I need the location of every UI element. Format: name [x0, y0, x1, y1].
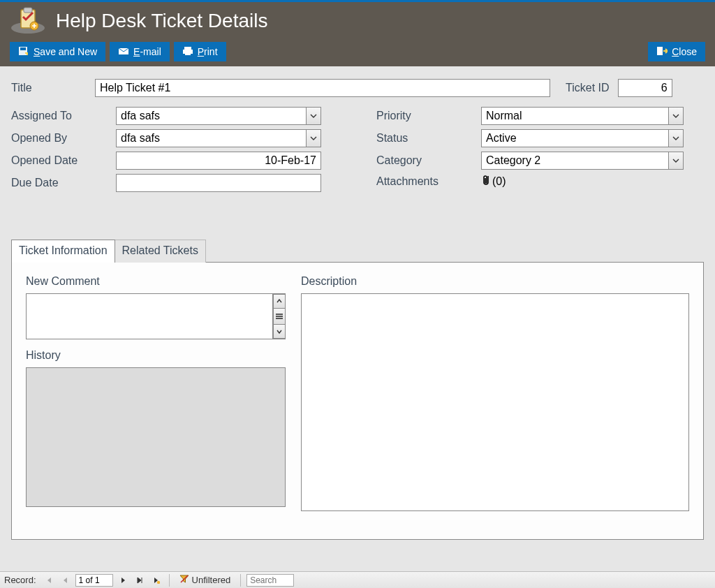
chevron-down-icon[interactable] [306, 129, 321, 147]
toolbar: Save and New E-mail Print Close [10, 40, 705, 64]
svg-point-11 [156, 580, 159, 583]
window-header: Help Desk Ticket Details Save and New E-… [0, 2, 715, 66]
status-input[interactable] [481, 129, 684, 147]
separator [169, 574, 170, 587]
label-new-comment: New Comment [26, 275, 286, 288]
description-box[interactable] [301, 293, 689, 511]
record-search-input[interactable] [246, 574, 294, 587]
label-priority: Priority [376, 110, 481, 122]
record-navigator: Record: Unfiltered [0, 571, 715, 588]
filter-label: Unfiltered [192, 575, 231, 585]
ticket-id-input[interactable] [618, 79, 672, 97]
print-button[interactable]: Print [174, 42, 226, 61]
chevron-down-icon[interactable] [668, 107, 684, 125]
svg-rect-7 [184, 47, 191, 50]
save-icon [18, 46, 29, 58]
mail-icon [118, 46, 129, 58]
category-input[interactable] [481, 152, 684, 170]
label-attachments: Attachments [376, 175, 481, 188]
new-comment-textarea[interactable] [27, 294, 272, 339]
comment-scroll-buttons [272, 294, 285, 339]
attachments-count: (0) [492, 175, 506, 188]
label-title: Title [11, 82, 87, 94]
door-exit-icon [656, 46, 668, 58]
label-ticket-id: Ticket ID [566, 82, 610, 94]
save-and-new-button[interactable]: Save and New [10, 42, 105, 61]
form-area: Title Ticket ID Assigned To Opened By [0, 66, 715, 200]
nav-first-button[interactable] [42, 574, 56, 587]
label-category: Category [376, 154, 481, 167]
record-label: Record: [4, 575, 36, 585]
nav-new-button[interactable] [149, 574, 163, 587]
svg-rect-2 [24, 8, 32, 13]
separator [240, 574, 241, 587]
category-combo[interactable] [481, 152, 684, 170]
label-opened-by: Opened By [11, 132, 116, 145]
assigned-to-combo[interactable] [116, 107, 321, 125]
tab-related-tickets[interactable]: Related Tickets [115, 240, 206, 263]
new-comment-field[interactable] [26, 293, 286, 339]
tab-container: Ticket Information Related Tickets New C… [11, 240, 704, 540]
page-title: Help Desk Ticket Details [56, 10, 267, 32]
label-due-date: Due Date [11, 177, 116, 189]
close-button[interactable]: Close [648, 42, 705, 61]
clipboard-mail-icon [10, 7, 46, 35]
priority-combo[interactable] [481, 107, 684, 125]
label-history: History [26, 349, 286, 362]
tab-body: New Comment History Description [11, 262, 704, 540]
filter-icon [179, 574, 189, 586]
scroll-up-button[interactable] [273, 294, 286, 309]
opened-by-combo[interactable] [116, 129, 321, 147]
nav-last-button[interactable] [133, 574, 147, 587]
title-input[interactable] [95, 79, 550, 97]
paperclip-icon [481, 174, 491, 189]
tab-strip: Ticket Information Related Tickets [11, 240, 704, 263]
nav-next-button[interactable] [116, 574, 130, 587]
tab-ticket-information[interactable]: Ticket Information [11, 240, 115, 263]
nav-prev-button[interactable] [59, 574, 73, 587]
opened-by-input[interactable] [116, 129, 321, 147]
due-date-input[interactable] [116, 174, 321, 192]
status-combo[interactable] [481, 129, 684, 147]
scroll-down-button[interactable] [273, 324, 286, 339]
svg-rect-5 [20, 47, 26, 50]
filter-status[interactable]: Unfiltered [175, 574, 235, 586]
print-icon [182, 46, 193, 58]
label-status: Status [376, 132, 481, 145]
history-box [26, 367, 286, 507]
attachments-control[interactable]: (0) [481, 174, 506, 189]
assigned-to-input[interactable] [116, 107, 321, 125]
svg-rect-9 [185, 52, 191, 55]
chevron-down-icon[interactable] [668, 152, 684, 170]
label-description: Description [301, 275, 689, 288]
opened-date-input[interactable] [116, 152, 321, 170]
record-position[interactable] [75, 574, 113, 587]
priority-input[interactable] [481, 107, 684, 125]
chevron-down-icon[interactable] [306, 107, 321, 125]
chevron-down-icon[interactable] [668, 129, 684, 147]
svg-rect-10 [657, 47, 663, 55]
scroll-grip-button[interactable] [273, 308, 286, 325]
label-assigned-to: Assigned To [11, 110, 116, 122]
label-opened-date: Opened Date [11, 154, 116, 167]
email-button[interactable]: E-mail [110, 42, 170, 61]
